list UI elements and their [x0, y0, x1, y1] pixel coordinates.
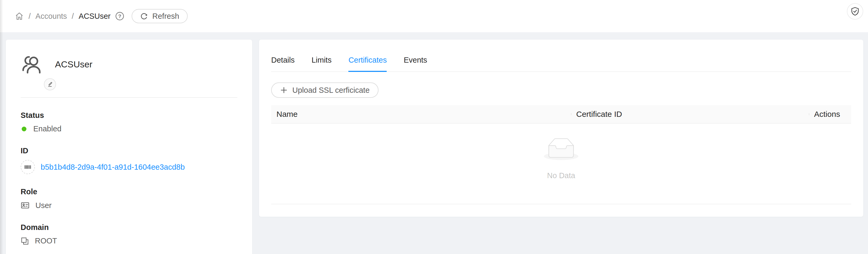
shield-check-icon [850, 7, 860, 16]
tab-events[interactable]: Events [404, 52, 427, 71]
tab-certificates[interactable]: Certificates [348, 52, 387, 71]
account-header: ACSUser [21, 53, 237, 75]
role-label: Role [21, 187, 237, 196]
id-value-row: b5b1b4d8-2d9a-4f01-a91d-1604ee3acd8b [21, 160, 237, 174]
refresh-button-label: Refresh [152, 12, 179, 21]
empty-state: No Data [271, 124, 851, 204]
tab-bar: Details Limits Certificates Events [271, 52, 851, 72]
role-value-row: User [21, 201, 237, 210]
domain-label: Domain [21, 223, 237, 232]
edit-button[interactable] [44, 78, 56, 90]
svg-text:?: ? [118, 13, 121, 19]
breadcrumb-item-current: ACSUser [79, 12, 111, 21]
status-dot-icon [22, 127, 26, 131]
edit-icon [46, 81, 53, 88]
tab-details[interactable]: Details [271, 52, 295, 71]
team-icon [21, 53, 42, 75]
reload-icon [140, 12, 148, 20]
sidebar-edge-shadow [0, 0, 3, 254]
empty-box-icon [544, 138, 578, 161]
certificates-table: Name Certificate ID Actions No Data [271, 105, 851, 204]
account-id-link[interactable]: b5b1b4d8-2d9a-4f01-a91d-1604ee3acd8b [41, 163, 185, 171]
role-value: User [35, 201, 52, 210]
column-header-certificate-id: Certificate ID [571, 110, 809, 119]
upload-ssl-certificate-button[interactable]: Upload SSL cerficicate [271, 83, 378, 98]
top-header-bar: / Accounts / ACSUser ? Refresh [0, 0, 868, 32]
card-divider [21, 97, 237, 98]
plus-icon [280, 87, 287, 94]
tab-limits[interactable]: Limits [312, 52, 332, 71]
column-header-name: Name [271, 110, 571, 119]
column-header-actions: Actions [809, 110, 850, 119]
upload-ssl-certificate-label: Upload SSL cerficicate [292, 86, 370, 95]
account-info-card: ACSUser Status Enabled ID [6, 40, 252, 254]
question-circle-icon[interactable]: ? [115, 11, 125, 21]
breadcrumb-separator: / [29, 12, 31, 21]
domain-value: ROOT [35, 236, 57, 245]
home-icon[interactable] [15, 12, 24, 21]
refresh-button[interactable]: Refresh [132, 9, 188, 23]
breadcrumb-item-accounts[interactable]: Accounts [35, 12, 67, 21]
idcard-icon [21, 201, 30, 210]
project-shield-button[interactable] [847, 3, 863, 20]
breadcrumb: / Accounts / ACSUser ? Refresh [15, 9, 188, 23]
account-detail-card: Details Limits Certificates Events Uploa… [259, 40, 863, 217]
status-value-row: Enabled [21, 125, 237, 133]
id-label: ID [21, 147, 237, 155]
breadcrumb-separator: / [72, 12, 74, 21]
empty-state-text: No Data [547, 171, 575, 180]
status-label: Status [21, 111, 237, 120]
account-name: ACSUser [55, 59, 93, 69]
block-icon [21, 237, 29, 245]
status-value: Enabled [33, 125, 61, 133]
domain-value-row: ROOT [21, 236, 237, 245]
table-header-row: Name Certificate ID Actions [271, 105, 851, 124]
barcode-icon [21, 160, 35, 174]
